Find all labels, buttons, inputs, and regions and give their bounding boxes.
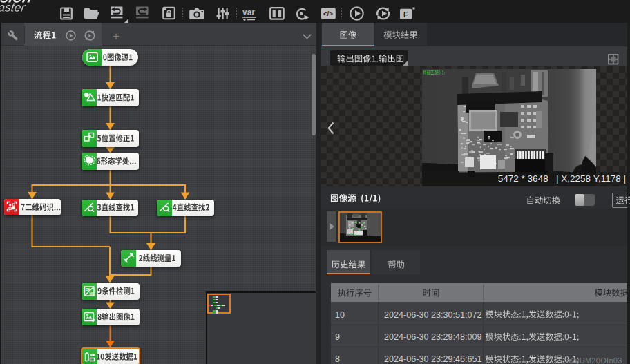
svg-text:F: F: [403, 10, 408, 19]
svg-text:var: var: [242, 8, 255, 17]
svg-text:NG: NG: [90, 291, 95, 295]
svg-text:</>: </>: [323, 10, 333, 17]
svg-text:OK: OK: [86, 287, 91, 291]
